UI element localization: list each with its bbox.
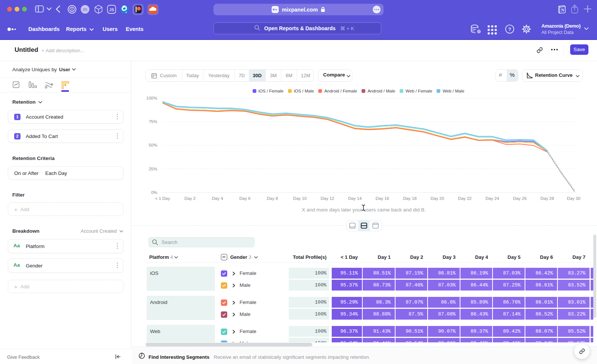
svg-text:< 1 Day: < 1 Day <box>155 196 170 201</box>
svg-text:Day 10: Day 10 <box>293 196 307 201</box>
svg-text:JS: JS <box>109 7 114 12</box>
svg-text:Day 4: Day 4 <box>212 196 224 201</box>
svg-text:50%: 50% <box>149 143 157 147</box>
svg-text:Day 14: Day 14 <box>348 196 362 201</box>
svg-text:Day 26: Day 26 <box>513 196 526 201</box>
svg-text:Day 8: Day 8 <box>267 196 278 201</box>
svg-text:75%: 75% <box>149 119 157 124</box>
svg-text:Day 2: Day 2 <box>184 196 196 201</box>
svg-text:Day 22: Day 22 <box>458 196 472 201</box>
svg-text:m: m <box>83 6 87 12</box>
svg-text:Day 30: Day 30 <box>567 196 580 201</box>
svg-text:100%: 100% <box>146 96 157 100</box>
svg-text:Day 18: Day 18 <box>403 196 416 201</box>
svg-text:Day 20: Day 20 <box>431 196 444 201</box>
svg-text:Day 6: Day 6 <box>239 196 250 201</box>
svg-text:Day 28: Day 28 <box>540 196 554 201</box>
svg-text:25%: 25% <box>149 167 157 171</box>
svg-text:Day 16: Day 16 <box>376 196 389 201</box>
svg-text:Day 24: Day 24 <box>485 196 499 201</box>
svg-text:?: ? <box>508 26 511 32</box>
svg-text:Day 12: Day 12 <box>321 196 334 201</box>
svg-text:N: N <box>561 8 565 12</box>
svg-text:0%: 0% <box>151 190 157 195</box>
